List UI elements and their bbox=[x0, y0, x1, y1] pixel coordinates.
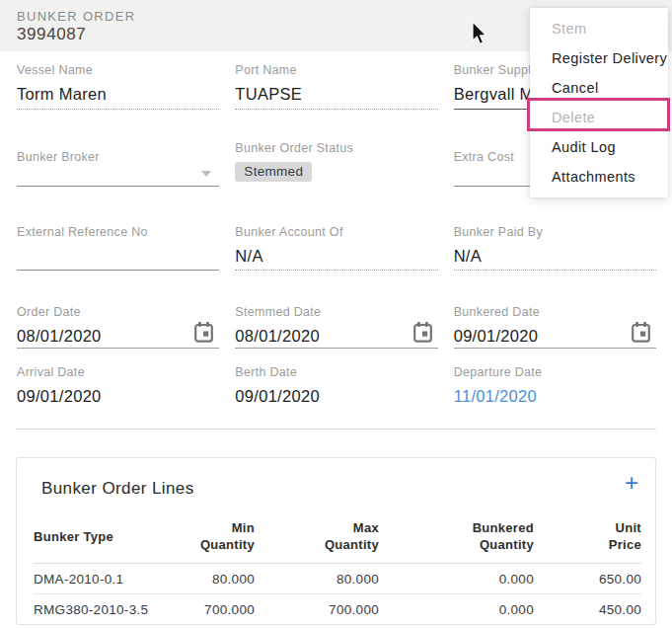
bunker-order-page: BUNKER ORDER 3994087 Vessel Name Torm Ma… bbox=[0, 0, 672, 628]
menu-item-stem: Stem bbox=[530, 14, 668, 43]
cell-bunker-type[interactable]: RMG380-2010-3.5 bbox=[34, 594, 182, 625]
field-bunkered-date: Bunkered Date 09/01/2020 bbox=[454, 305, 656, 349]
stemmed-date-value[interactable]: 08/01/2020 bbox=[235, 325, 437, 347]
col-max-quantity: MaxQuantity bbox=[255, 519, 379, 564]
stemmed-date-label: Stemmed Date bbox=[235, 305, 437, 319]
calendar-icon[interactable] bbox=[413, 322, 432, 343]
menu-item-delete: Delete bbox=[530, 103, 668, 132]
field-berth-date: Berth Date 09/01/2020 bbox=[235, 365, 437, 407]
order-date-value[interactable]: 08/01/2020 bbox=[17, 325, 219, 347]
cell-max-quantity: 700.000 bbox=[255, 594, 379, 625]
bunker-order-status-label: Bunker Order Status bbox=[235, 141, 437, 155]
field-departure-date: Departure Date 11/01/2020 bbox=[454, 365, 656, 407]
col-min-quantity: MinQuantity bbox=[182, 519, 255, 564]
departure-date-label: Departure Date bbox=[454, 365, 656, 379]
bunker-order-lines-card: Bunker Order Lines + Bunker Type MinQuan… bbox=[16, 457, 656, 625]
menu-item-register-delivery[interactable]: Register Delivery bbox=[530, 43, 668, 73]
vessel-name-value[interactable]: Torm Maren bbox=[17, 83, 219, 105]
bunker-paid-by-label: Bunker Paid By bbox=[454, 225, 656, 239]
cell-min-quantity: 700.000 bbox=[182, 594, 255, 625]
table-row[interactable]: DMA-2010-0.1 80.000 80.000 0.000 650.00 bbox=[34, 564, 641, 594]
table-row[interactable]: RMG380-2010-3.5 700.000 700.000 0.000 45… bbox=[34, 594, 641, 625]
form-row-4: Order Date 08/01/2020 Stemmed Date 08/01… bbox=[17, 305, 656, 349]
cell-max-quantity: 80.000 bbox=[255, 564, 379, 594]
vessel-name-label: Vessel Name bbox=[17, 63, 219, 77]
menu-item-attachments[interactable]: Attachments bbox=[530, 162, 668, 192]
chevron-down-icon[interactable] bbox=[201, 171, 211, 177]
field-order-date: Order Date 08/01/2020 bbox=[17, 305, 219, 349]
calendar-icon[interactable] bbox=[632, 322, 650, 343]
field-bunker-paid-by: Bunker Paid By N/A bbox=[454, 225, 656, 271]
field-bunker-broker[interactable]: Bunker Broker bbox=[17, 138, 219, 187]
col-unit-price: UnitPrice bbox=[534, 519, 641, 564]
calendar-icon[interactable] bbox=[194, 322, 213, 343]
menu-item-cancel[interactable]: Cancel bbox=[530, 73, 668, 103]
cell-unit-price: 450.00 bbox=[534, 594, 641, 625]
order-date-label: Order Date bbox=[17, 305, 219, 319]
field-port-name: Port Name TUAPSE bbox=[235, 63, 437, 110]
order-lines-table: Bunker Type MinQuantity MaxQuantity Bunk… bbox=[34, 519, 641, 624]
arrival-date-label: Arrival Date bbox=[17, 365, 219, 379]
section-divider bbox=[16, 429, 656, 430]
external-reference-no-label: External Reference No bbox=[17, 225, 219, 239]
col-bunkered-quantity: BunkeredQuantity bbox=[379, 519, 534, 564]
field-arrival-date: Arrival Date 09/01/2020 bbox=[17, 365, 219, 407]
bunker-broker-label: Bunker Broker bbox=[17, 150, 219, 164]
field-external-reference-no[interactable]: External Reference No bbox=[17, 225, 219, 271]
cell-bunkered-quantity: 0.000 bbox=[379, 564, 534, 594]
form-row-5: Arrival Date 09/01/2020 Berth Date 09/01… bbox=[17, 365, 656, 407]
cell-bunkered-quantity: 0.000 bbox=[379, 594, 534, 625]
cell-bunker-type[interactable]: DMA-2010-0.1 bbox=[34, 564, 182, 594]
form-row-3: External Reference No Bunker Account Of … bbox=[17, 225, 656, 271]
col-bunker-type: Bunker Type bbox=[34, 519, 182, 564]
page-title: BUNKER ORDER bbox=[17, 9, 135, 24]
bunker-account-of-value[interactable]: N/A bbox=[235, 245, 437, 267]
port-name-value[interactable]: TUAPSE bbox=[235, 83, 437, 105]
menu-item-audit-log[interactable]: Audit Log bbox=[530, 132, 668, 162]
context-menu: Stem Register Delivery Cancel Delete Aud… bbox=[530, 8, 668, 197]
status-badge: Stemmed bbox=[235, 162, 312, 182]
port-name-label: Port Name bbox=[235, 63, 437, 77]
arrival-date-value: 09/01/2020 bbox=[17, 385, 219, 407]
cell-min-quantity: 80.000 bbox=[182, 564, 255, 594]
field-stemmed-date: Stemmed Date 08/01/2020 bbox=[235, 305, 437, 349]
departure-date-link[interactable]: 11/01/2020 bbox=[454, 385, 656, 407]
field-bunker-order-status: Bunker Order Status Stemmed bbox=[235, 138, 437, 186]
bunker-paid-by-value[interactable]: N/A bbox=[454, 245, 656, 267]
field-bunker-account-of: Bunker Account Of N/A bbox=[235, 225, 437, 271]
table-header-row: Bunker Type MinQuantity MaxQuantity Bunk… bbox=[34, 519, 641, 564]
berth-date-value: 09/01/2020 bbox=[235, 385, 437, 407]
bunkered-date-value[interactable]: 09/01/2020 bbox=[454, 325, 656, 347]
berth-date-label: Berth Date bbox=[235, 365, 437, 379]
bunkered-date-label: Bunkered Date bbox=[454, 305, 656, 319]
bunker-account-of-label: Bunker Account Of bbox=[235, 225, 437, 239]
bunker-order-lines-title: Bunker Order Lines bbox=[41, 479, 194, 499]
field-vessel-name: Vessel Name Torm Maren bbox=[17, 63, 219, 110]
cell-unit-price: 650.00 bbox=[534, 564, 641, 594]
order-number: 3994087 bbox=[17, 25, 86, 44]
add-order-line-button[interactable]: + bbox=[625, 471, 638, 495]
